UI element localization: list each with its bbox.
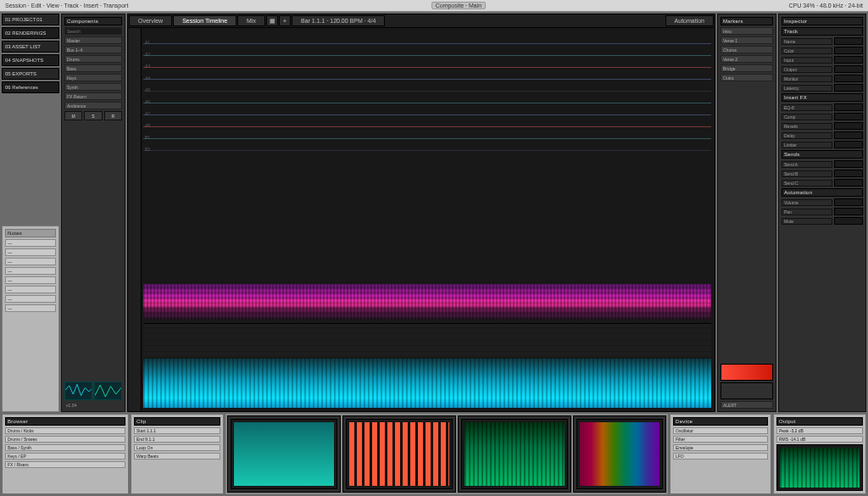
track-label[interactable]: A4 — [145, 75, 150, 81]
rail-item[interactable]: 05 EXPORTS — [2, 68, 59, 80]
track-group[interactable]: Drums — [64, 55, 122, 63]
marker-item[interactable]: Verse 1 — [721, 36, 773, 44]
prop-label: Send C — [782, 180, 832, 187]
track-header-gutter[interactable] — [128, 28, 142, 411]
prop-value[interactable] — [834, 84, 863, 92]
device-row[interactable]: LFO — [673, 453, 768, 460]
clip-row[interactable]: End 9.1.1 — [134, 436, 220, 443]
solo-button[interactable]: S — [84, 111, 102, 120]
track-label[interactable]: A6 — [145, 99, 150, 104]
track-label[interactable]: A3 — [145, 64, 150, 69]
prop-value[interactable] — [834, 179, 863, 187]
track-group[interactable]: Keys — [64, 74, 122, 81]
snap-toggle-icon[interactable]: ⌖ — [279, 15, 291, 26]
track-group[interactable]: Synth — [64, 83, 122, 91]
clip-row[interactable]: Loop On — [134, 444, 220, 451]
mute-button[interactable]: M — [64, 111, 82, 120]
alert-flag[interactable] — [721, 364, 773, 381]
track-group[interactable]: Bass — [64, 64, 122, 72]
rail-aux-panel: Notes — — — — — — — — — [2, 226, 59, 412]
thumb-wave-a[interactable] — [64, 382, 92, 400]
browser-row[interactable]: Bass / Synth — [5, 444, 125, 451]
prop-value[interactable] — [834, 217, 863, 225]
search-input[interactable] — [64, 27, 122, 35]
tab-overview[interactable]: Overview — [129, 15, 172, 26]
aux-row[interactable]: — — [5, 295, 56, 303]
track-label[interactable]: A7 — [145, 111, 150, 116]
device-row[interactable]: Envelope — [673, 444, 768, 451]
track-label[interactable]: B2 — [145, 147, 150, 152]
section-title: Automation — [782, 188, 863, 197]
prop-value[interactable] — [834, 75, 863, 82]
marker-item[interactable]: Bridge — [721, 64, 773, 72]
warn-flag[interactable] — [721, 382, 773, 399]
scope-spectrum[interactable] — [461, 419, 568, 489]
prop-value[interactable] — [834, 170, 863, 177]
thumb-wave-b[interactable] — [94, 382, 122, 400]
prop-value[interactable] — [834, 113, 863, 120]
track-group[interactable]: Master — [64, 36, 122, 44]
tab-session[interactable]: Session Timeline — [173, 15, 236, 26]
track-group[interactable]: Bus 1–4 — [64, 46, 122, 53]
track-label[interactable]: A5 — [145, 87, 150, 92]
midi-grid[interactable] — [143, 323, 711, 357]
aux-row[interactable]: — — [5, 258, 56, 265]
grid-toggle-icon[interactable]: ▦ — [266, 15, 278, 26]
rail-item[interactable]: 06 References — [2, 81, 59, 93]
prop-value[interactable] — [834, 47, 863, 54]
prop-value[interactable] — [834, 160, 863, 168]
prop-value[interactable] — [834, 122, 863, 130]
aux-row[interactable]: — — [5, 304, 56, 312]
track-label[interactable]: A8 — [145, 123, 150, 128]
prop-value[interactable] — [834, 141, 863, 148]
track-label[interactable]: A2 — [145, 52, 150, 57]
marker-item[interactable]: Outro — [721, 74, 773, 81]
prop-label: Mute — [782, 218, 832, 225]
track-group[interactable]: FX Return — [64, 92, 122, 100]
track-label[interactable]: B1 — [145, 135, 150, 140]
device-row[interactable]: Oscillator — [673, 427, 768, 434]
track-label[interactable]: A1 — [145, 40, 150, 45]
aux-row[interactable]: — — [5, 286, 56, 293]
prop-value[interactable] — [834, 131, 863, 139]
marker-item[interactable]: Intro — [721, 27, 773, 35]
browser-row[interactable]: Drums / Snares — [5, 436, 125, 443]
prop-value[interactable] — [834, 37, 863, 45]
scope-hue[interactable] — [576, 419, 663, 489]
aux-row[interactable]: — — [5, 276, 56, 284]
clip-row[interactable]: Warp Beats — [134, 453, 220, 460]
rec-button[interactable]: R — [104, 111, 122, 120]
track-group[interactable]: Ambience — [64, 102, 122, 109]
device-row[interactable]: Filter — [673, 436, 768, 443]
marker-item[interactable]: Verse 2 — [721, 55, 773, 63]
prop-value[interactable] — [834, 198, 863, 206]
prop-value[interactable] — [834, 56, 863, 64]
spectral-view[interactable] — [143, 284, 711, 320]
browser-row[interactable]: Drums / Kicks — [5, 427, 125, 434]
prop-value[interactable] — [834, 103, 863, 111]
prop-label: Volume — [782, 199, 832, 206]
scope-teal[interactable] — [231, 419, 337, 489]
rail-item[interactable]: 01 PROJECT.01 — [2, 14, 59, 25]
prop-value[interactable] — [834, 65, 863, 73]
browser-row[interactable]: Keys / EP — [5, 453, 125, 460]
rail-item[interactable]: 04 SNAPSHOTS — [2, 54, 59, 66]
timeline-canvas[interactable]: /*tracks drawn below via CSS elements*/ … — [128, 28, 715, 411]
aux-row[interactable]: — — [5, 239, 56, 247]
tab-mix[interactable]: Mix — [237, 15, 265, 26]
browser-row[interactable]: FX / Risers — [5, 461, 125, 468]
scope-bars[interactable] — [346, 419, 453, 489]
prop-value[interactable] — [834, 208, 863, 215]
clip-row[interactable]: Start 1.1.1 — [134, 427, 220, 434]
master-waveform[interactable] — [143, 359, 711, 408]
output-meter[interactable] — [776, 444, 863, 491]
prop-label: Monitor — [782, 75, 832, 82]
monitor-a — [227, 415, 341, 493]
aux-row[interactable]: — — [5, 248, 56, 256]
os-menu-left[interactable]: Session · Edit · View · Track · Insert ·… — [5, 3, 128, 8]
rail-item[interactable]: 03 ASSET LIST — [2, 41, 59, 53]
aux-row[interactable]: — — [5, 267, 56, 275]
rail-item[interactable]: 02 RENDERINGS — [2, 27, 59, 39]
tab-automation[interactable]: Automation — [665, 15, 714, 26]
marker-item[interactable]: Chorus — [721, 46, 773, 53]
